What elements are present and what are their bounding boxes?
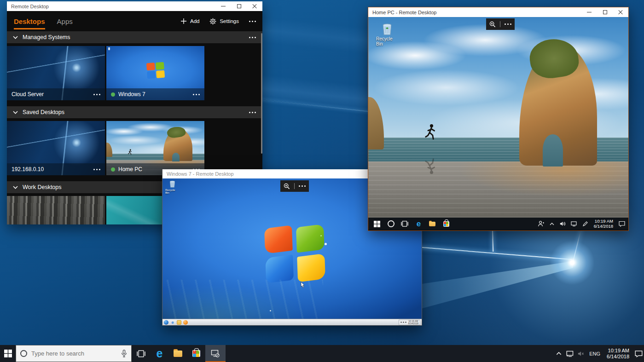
mini-windows7-logo bbox=[146, 62, 165, 79]
search-input[interactable] bbox=[31, 350, 117, 357]
host-clock[interactable]: 10:19 AM 6/14/2018 bbox=[603, 348, 633, 359]
store-bag-icon bbox=[443, 221, 449, 227]
rd-app-titlebar[interactable]: Remote Desktop bbox=[7, 1, 262, 11]
chevron-down-icon bbox=[13, 186, 18, 189]
win7-title: Windows 7 - Remote Desktop bbox=[167, 171, 234, 177]
win7-taskbar: e 10:19 AM 6/14/2018 bbox=[162, 319, 422, 325]
desktop-tile-cloud-server[interactable]: Cloud Server bbox=[7, 46, 105, 100]
section-saved-desktops: Saved Desktops 192.168.0.10 bbox=[7, 106, 262, 175]
internet-explorer-icon[interactable]: e bbox=[170, 320, 175, 325]
session-more-icon[interactable] bbox=[299, 185, 306, 187]
recycle-bin-icon bbox=[382, 23, 392, 35]
session-more-icon[interactable] bbox=[505, 23, 511, 25]
file-explorer-button[interactable] bbox=[425, 218, 439, 230]
home-pc-session-window: Home PC - Remote Desktop bbox=[368, 7, 629, 231]
section-more-icon[interactable] bbox=[249, 37, 256, 38]
session-toolbar bbox=[280, 180, 309, 192]
hero-glow bbox=[550, 240, 595, 285]
homepc-tray: 10:19 AM 6/14/2018 bbox=[536, 218, 627, 230]
homepc-title: Home PC - Remote Desktop bbox=[372, 10, 436, 15]
desktop-tile-windows-7[interactable]: Windows 7 bbox=[106, 46, 204, 100]
homepc-titlebar[interactable]: Home PC - Remote Desktop bbox=[368, 7, 628, 17]
desktop-tile-work-1[interactable] bbox=[7, 196, 105, 224]
close-button[interactable] bbox=[247, 1, 262, 11]
edge-button[interactable]: e bbox=[150, 345, 168, 362]
action-center-icon[interactable] bbox=[617, 218, 627, 230]
edge-button[interactable]: e bbox=[412, 218, 425, 230]
task-view-button[interactable] bbox=[132, 345, 150, 362]
people-icon[interactable] bbox=[536, 218, 545, 230]
maximize-button[interactable] bbox=[597, 7, 613, 17]
recycle-bin[interactable]: Recycle Bin bbox=[165, 180, 179, 194]
minimize-button[interactable] bbox=[215, 1, 231, 11]
win7-explorer-icon[interactable] bbox=[177, 320, 181, 325]
desktop-tile-home-pc[interactable]: Home PC bbox=[106, 121, 204, 175]
mouse-cursor bbox=[301, 282, 305, 288]
online-status-dot bbox=[111, 92, 115, 97]
tray-chevron-up-icon[interactable] bbox=[547, 218, 557, 230]
tab-apps[interactable]: Apps bbox=[57, 17, 73, 25]
divider bbox=[500, 21, 500, 27]
file-explorer-button[interactable] bbox=[168, 345, 187, 362]
cortana-circle-icon bbox=[20, 350, 27, 357]
section-managed-systems: Managed Systems Cloud Server bbox=[7, 31, 262, 100]
search-box[interactable] bbox=[16, 345, 132, 362]
recycle-bin[interactable]: Recycle Bin bbox=[376, 23, 398, 46]
minimize-button[interactable] bbox=[581, 7, 597, 17]
tile-more-icon[interactable] bbox=[93, 169, 100, 170]
volume-icon[interactable] bbox=[558, 218, 568, 230]
task-view-button[interactable] bbox=[398, 218, 412, 230]
runner-silhouette bbox=[424, 115, 437, 149]
runner-silhouette bbox=[128, 148, 133, 157]
tile-row: Cloud Server Windows 7 bbox=[7, 46, 262, 100]
windows7-logo bbox=[264, 225, 325, 282]
scrollbar[interactable] bbox=[261, 33, 262, 154]
win7-clock[interactable]: 10:19 AM 6/14/2018 bbox=[408, 320, 418, 325]
tile-more-icon[interactable] bbox=[93, 94, 100, 95]
tray-chevron-up-icon[interactable] bbox=[553, 352, 564, 355]
zoom-icon[interactable] bbox=[284, 183, 290, 190]
zoom-icon[interactable] bbox=[489, 21, 496, 28]
desktop-tile-192-168-0-10[interactable]: 192.168.0.10 bbox=[7, 121, 105, 175]
section-more-icon[interactable] bbox=[249, 112, 256, 113]
section-header[interactable]: Managed Systems bbox=[7, 31, 262, 43]
close-button[interactable] bbox=[613, 7, 628, 17]
maximize-button[interactable] bbox=[231, 1, 247, 11]
win7-tray: 10:19 AM 6/14/2018 bbox=[399, 320, 420, 325]
media-player-icon[interactable] bbox=[183, 320, 188, 325]
rd-app-title: Remote Desktop bbox=[11, 4, 49, 9]
add-button[interactable]: Add bbox=[180, 18, 199, 24]
online-status-dot bbox=[111, 167, 115, 172]
settings-button[interactable]: Settings bbox=[209, 18, 239, 25]
cortana-button[interactable] bbox=[384, 218, 398, 230]
mini-recycle-bin bbox=[108, 47, 110, 50]
task-view-icon bbox=[137, 350, 145, 357]
homepc-desktop: Recycle Bin bbox=[368, 17, 628, 218]
remote-desktop-button[interactable] bbox=[205, 345, 226, 362]
homepc-clock[interactable]: 10:19 AM 6/14/2018 bbox=[592, 219, 615, 229]
network-icon[interactable] bbox=[569, 218, 579, 230]
runner-reflection bbox=[424, 149, 437, 183]
more-options-icon[interactable] bbox=[249, 21, 256, 22]
rd-app-actions: Add Settings bbox=[180, 18, 256, 25]
store-button[interactable] bbox=[439, 218, 453, 230]
store-button[interactable] bbox=[187, 345, 205, 362]
section-header[interactable]: Saved Desktops bbox=[7, 106, 262, 118]
tab-desktops[interactable]: Desktops bbox=[14, 17, 45, 25]
win7-tray-icons[interactable] bbox=[400, 322, 406, 323]
win7-start-button[interactable] bbox=[164, 320, 168, 325]
language-indicator[interactable]: ENG bbox=[586, 351, 603, 356]
start-button[interactable] bbox=[0, 345, 16, 362]
start-button[interactable] bbox=[370, 218, 384, 230]
tile-more-icon[interactable] bbox=[193, 94, 200, 95]
action-center-icon[interactable] bbox=[633, 350, 644, 357]
network-icon[interactable] bbox=[564, 351, 575, 357]
host-taskbar: e ENG 10:19 AM 6/14/2018 bbox=[0, 345, 644, 362]
volume-muted-icon[interactable] bbox=[575, 351, 586, 356]
task-view-icon bbox=[401, 221, 408, 227]
plus-icon bbox=[180, 18, 187, 24]
divider bbox=[294, 183, 295, 189]
gear-icon bbox=[209, 18, 216, 25]
windows-ink-icon[interactable] bbox=[580, 218, 590, 230]
microphone-icon[interactable] bbox=[121, 350, 127, 357]
